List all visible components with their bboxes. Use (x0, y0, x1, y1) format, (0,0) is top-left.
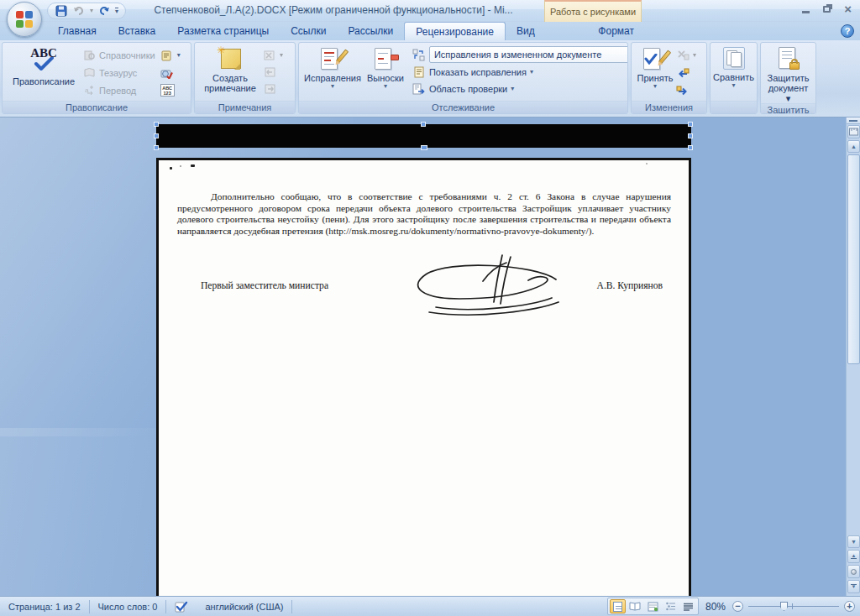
restore-button[interactable] (823, 6, 831, 13)
delete-comment-button: ▾ (263, 47, 283, 64)
selection-handle[interactable] (688, 122, 693, 127)
balloons-icon (373, 47, 398, 70)
group-proofing: ABC Правописание Справочники Тезаурус (2, 42, 191, 114)
selection-handle[interactable] (688, 133, 693, 138)
reviewing-pane-button[interactable]: Область проверки ▾ (412, 81, 628, 97)
scan-speck (180, 165, 181, 167)
previous-comment-button (263, 64, 283, 81)
balloons-dropdown-icon: ▾ (384, 83, 387, 90)
research-icon (82, 49, 96, 62)
selection-handle[interactable] (421, 122, 426, 127)
group-label-changes[interactable]: Изменения (632, 101, 706, 113)
track-changes-button[interactable]: Исправления ▾ (302, 44, 364, 101)
help-icon[interactable]: ? (841, 24, 854, 38)
tab-home[interactable]: Главная (47, 22, 108, 40)
next-comment-button (263, 81, 283, 98)
minimize-button[interactable] (802, 11, 810, 13)
status-bar-right: 80% − + (607, 597, 855, 616)
document-workspace: Дополнительно сообщаю, что в соответстви… (0, 117, 860, 596)
scrollbar-thumb[interactable] (847, 154, 860, 364)
web-layout-view-button[interactable] (645, 599, 661, 613)
signature-scribble (402, 254, 570, 321)
scan-speck (646, 163, 648, 164)
new-comment-button[interactable]: ✳ Создать примечание (197, 44, 263, 101)
selection-handle[interactable] (688, 145, 693, 150)
translate-button: a Перевод (82, 82, 155, 99)
track-changes-dropdown-icon: ▾ (331, 83, 334, 90)
translation-screentip-button[interactable]: ▾ (160, 47, 181, 64)
tab-references[interactable]: Ссылки (280, 22, 337, 40)
selected-picture[interactable] (156, 124, 691, 148)
qat-customize-icon[interactable]: ▾ (115, 8, 118, 15)
office-button[interactable] (7, 2, 42, 37)
window-title: Степченковой_Л.А(2).DOCX [Режим ограниче… (134, 4, 532, 16)
tab-format[interactable]: Формат (569, 22, 663, 40)
tab-mailings[interactable]: Рассылки (337, 22, 404, 40)
language-indicator[interactable]: английский (США) (197, 600, 291, 613)
tab-review[interactable]: Рецензирование (404, 22, 506, 40)
zoom-slider[interactable] (748, 601, 839, 612)
display-for-review-combobox[interactable]: Исправления в измененном документе ▾ (429, 46, 628, 63)
proofing-status-icon[interactable] (166, 600, 197, 613)
next-page-button[interactable]: ▼ (847, 580, 860, 593)
next-change-button[interactable] (676, 82, 696, 99)
show-markup-button[interactable]: Показать исправления ▾ (412, 64, 628, 81)
tab-view[interactable]: Вид (506, 22, 546, 40)
tab-page-layout[interactable]: Разметка страницы (166, 22, 280, 40)
redo-icon[interactable] (97, 4, 111, 18)
tab-insert[interactable]: Вставка (108, 22, 167, 40)
group-label-protect[interactable]: Защитить (761, 103, 815, 114)
save-icon[interactable] (55, 4, 68, 18)
selection-handle[interactable] (154, 122, 159, 127)
document-page[interactable]: Дополнительно сообщаю, что в соответстви… (156, 158, 691, 596)
reject-button: ▾ (676, 47, 696, 64)
zoom-level[interactable]: 80% (705, 601, 726, 613)
zoom-slider-thumb[interactable] (780, 602, 788, 611)
group-label-tracking[interactable]: Отслеживание (299, 101, 627, 113)
protect-document-icon (777, 47, 800, 70)
group-label-proofing[interactable]: Правописание (3, 101, 191, 113)
selection-handle[interactable] (421, 145, 427, 150)
group-comments: ✳ Создать примечание ▾ (194, 42, 296, 114)
previous-page-button[interactable]: ▲ (847, 550, 860, 563)
spelling-button[interactable]: ABC Правописание (5, 44, 82, 101)
group-label-compare[interactable] (711, 101, 757, 113)
accept-button[interactable]: Принять ▾ (634, 44, 676, 101)
vertical-scrollbar[interactable]: ▲ ▼ ▲ ▼ (846, 117, 860, 596)
page-indicator[interactable]: Страница: 1 из 2 (0, 600, 89, 613)
quick-access-toolbar: ▾ ▾ (47, 3, 126, 19)
outline-view-button[interactable] (663, 599, 679, 613)
compare-button[interactable]: Сравнить ▾ (710, 44, 758, 101)
selection-handle[interactable] (154, 145, 159, 150)
selection-handle[interactable] (154, 133, 159, 138)
balloons-button[interactable]: Выноски ▾ (364, 44, 407, 101)
office-logo-icon (16, 11, 33, 28)
full-screen-reading-view-button[interactable] (627, 599, 643, 613)
protect-document-button[interactable]: Защитить документ ▾ (763, 44, 813, 103)
select-browse-object-button[interactable] (847, 565, 860, 578)
reviewing-pane-icon (412, 82, 426, 96)
split-handle[interactable] (847, 117, 860, 124)
scroll-down-icon[interactable]: ▼ (847, 535, 860, 548)
print-layout-view-button[interactable] (610, 599, 626, 613)
title-bar: ▾ ▾ Степченковой_Л.А(2).DOCX [Режим огра… (0, 0, 860, 22)
group-label-comments[interactable]: Примечания (195, 101, 295, 113)
group-tracking: Исправления ▾ Выноски ▾ (298, 42, 628, 114)
reject-icon (676, 49, 690, 62)
signer-title: Первый заместитель министра (201, 280, 328, 291)
previous-change-button[interactable] (676, 65, 696, 81)
undo-icon (72, 4, 86, 18)
zoom-in-icon[interactable]: + (844, 601, 855, 612)
word-count-icon: ABC 123 (160, 84, 175, 97)
word-count-button[interactable]: ABC 123 (160, 82, 181, 99)
word-count-indicator[interactable]: Число слов: 0 (90, 600, 166, 613)
zoom-out-icon[interactable]: − (732, 601, 743, 612)
scroll-up-icon[interactable]: ▲ (847, 140, 860, 153)
reviewing-pane-dropdown-icon: ▾ (511, 86, 514, 92)
draft-view-button[interactable] (680, 599, 696, 613)
word-window: ▾ ▾ Степченковой_Л.А(2).DOCX [Режим огра… (0, 0, 860, 616)
next-change-icon (676, 84, 690, 97)
close-button[interactable]: × (844, 5, 852, 13)
ruler-toggle-button[interactable] (847, 125, 860, 138)
set-language-button[interactable] (160, 65, 181, 81)
